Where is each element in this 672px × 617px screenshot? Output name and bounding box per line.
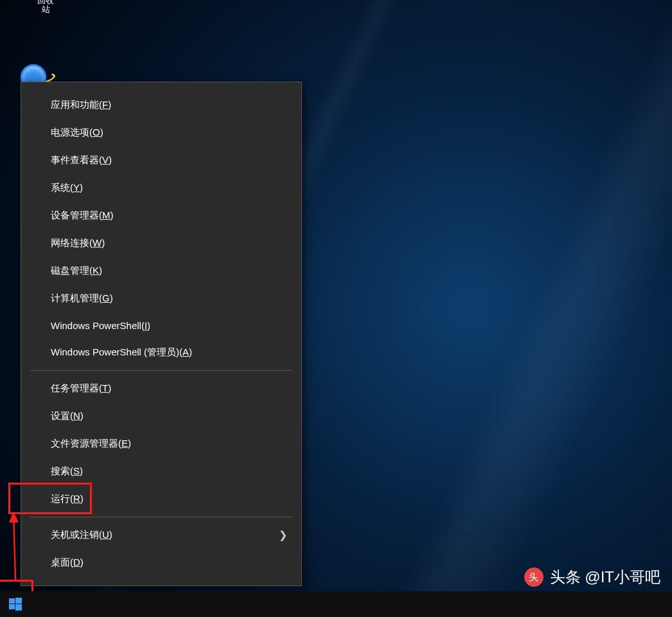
menu-item-search[interactable]: 搜索(S) — [21, 458, 301, 485]
svg-rect-3 — [9, 604, 15, 609]
menu-item-label: 搜索(S) — [51, 465, 83, 478]
watermark-text: 头条 @IT小哥吧 — [550, 567, 660, 587]
start-button[interactable] — [0, 591, 31, 617]
menu-item-label: 文件资源管理器(E) — [51, 438, 131, 450]
menu-item-label: 电源选项(O) — [51, 127, 103, 139]
menu-item-label: Windows PowerShell(I) — [51, 320, 150, 331]
menu-item-label: 网络连接(W) — [51, 237, 105, 249]
menu-item-powershell-admin[interactable]: Windows PowerShell (管理员)(A) — [21, 339, 301, 366]
menu-item-label: 运行(R) — [51, 493, 84, 505]
menu-item-settings[interactable]: 设置(N) — [21, 402, 301, 430]
svg-rect-2 — [15, 598, 22, 604]
menu-item-label: 设置(N) — [51, 410, 84, 422]
menu-item-computer-management[interactable]: 计算机管理(G) — [21, 285, 301, 312]
svg-rect-1 — [9, 598, 15, 604]
menu-item-apps-and-features[interactable]: 应用和功能(F) — [21, 91, 301, 119]
menu-item-label: 关机或注销(U) — [51, 529, 112, 541]
menu-item-label: 设备管理器(M) — [51, 210, 114, 222]
menu-item-network-connections[interactable]: 网络连接(W) — [21, 229, 301, 257]
menu-item-task-manager[interactable]: 任务管理器(T) — [21, 375, 301, 402]
menu-item-device-manager[interactable]: 设备管理器(M) — [21, 202, 301, 229]
menu-item-desktop[interactable]: 桌面(D) — [21, 549, 301, 577]
menu-item-label: 系统(Y) — [51, 182, 83, 194]
menu-separator — [30, 370, 292, 371]
svg-rect-4 — [15, 604, 22, 611]
menu-separator — [30, 517, 292, 517]
menu-item-label: 磁盘管理(K) — [51, 265, 102, 277]
menu-item-label: 计算机管理(G) — [51, 292, 113, 305]
menu-item-powershell[interactable]: Windows PowerShell(I) — [21, 312, 301, 339]
menu-item-label: 事件查看器(V) — [51, 154, 112, 166]
menu-item-label: 桌面(D) — [51, 557, 84, 569]
menu-item-label: 应用和功能(F) — [51, 99, 111, 111]
windows-logo-icon — [9, 598, 22, 611]
watermark-logo-icon: 头 — [524, 568, 544, 587]
menu-item-shutdown-signout[interactable]: 关机或注销(U)❯ — [21, 521, 301, 549]
recycle-bin-label: 回收站 — [33, 0, 58, 14]
menu-item-label: Windows PowerShell (管理员)(A) — [51, 346, 192, 359]
menu-item-system[interactable]: 系统(Y) — [21, 174, 301, 202]
watermark: 头 头条 @IT小哥吧 — [524, 567, 660, 587]
menu-item-run[interactable]: 运行(R) — [21, 485, 301, 513]
chevron-right-icon: ❯ — [279, 529, 287, 541]
taskbar — [0, 591, 672, 617]
menu-item-disk-management[interactable]: 磁盘管理(K) — [21, 257, 301, 285]
menu-item-event-viewer[interactable]: 事件查看器(V) — [21, 147, 301, 174]
svg-line-0 — [13, 513, 15, 580]
menu-item-power-options[interactable]: 电源选项(O) — [21, 119, 301, 147]
winx-context-menu: 应用和功能(F)电源选项(O)事件查看器(V)系统(Y)设备管理器(M)网络连接… — [21, 82, 302, 586]
menu-item-label: 任务管理器(T) — [51, 382, 111, 395]
menu-item-file-explorer[interactable]: 文件资源管理器(E) — [21, 430, 301, 458]
